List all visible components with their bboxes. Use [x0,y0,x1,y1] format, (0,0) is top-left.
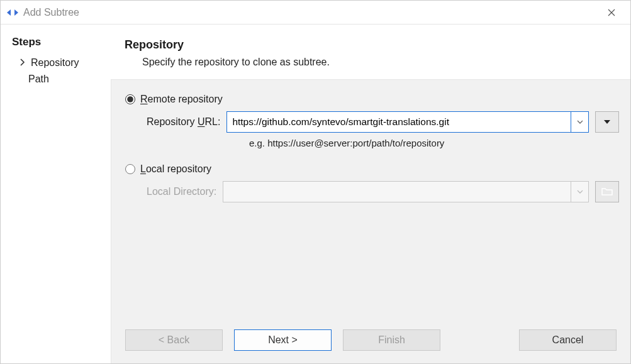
step-path: Path [12,71,107,87]
close-icon [608,9,615,16]
page-title: Repository [125,38,617,52]
svg-marker-0 [7,9,11,16]
app-icon [7,7,18,18]
remote-repository-radio[interactable] [125,94,135,104]
folder-icon [601,187,613,196]
repository-url-combo[interactable] [226,111,589,133]
local-directory-label: Local Directory: [147,186,216,197]
step-label: Repository [31,57,79,69]
local-directory-row: Local Directory: [125,181,619,202]
step-repository: Repository [12,55,107,71]
page-subtitle: Specify the repository to clone as subtr… [125,57,617,68]
steps-heading: Steps [12,36,107,48]
next-button[interactable]: Next > [234,329,332,351]
local-directory-combo [223,181,589,202]
window-title: Add Subtree [23,7,79,18]
repository-url-hint: e.g. https://user@server:port/path/to/re… [125,138,619,148]
local-repository-radio-row[interactable]: Local repository [125,163,619,175]
repository-url-row: Repository URL: [125,111,619,133]
cancel-button[interactable]: Cancel [519,329,617,351]
chevron-down-icon [571,181,589,202]
repository-url-label: Repository URL: [147,116,220,128]
chevron-down-icon[interactable] [571,111,589,133]
page-header: Repository Specify the repository to clo… [111,25,630,79]
svg-marker-4 [604,120,610,124]
local-directory-input [223,181,571,202]
browse-folder-button [595,181,619,202]
chevron-right-icon [20,57,28,69]
repository-url-dropdown-button[interactable] [595,111,619,133]
form-area: Remote repository Repository URL: e.g. h… [111,79,630,322]
titlebar: Add Subtree [1,1,630,25]
close-button[interactable] [599,1,624,24]
button-bar: < Back Next > Finish Cancel [111,322,630,363]
back-button: < Back [125,329,223,351]
repository-url-input[interactable] [226,111,571,133]
steps-sidebar: Steps Repository Path [1,25,111,363]
finish-button: Finish [343,329,440,351]
local-repository-radio[interactable] [125,164,135,174]
step-label: Path [28,74,49,85]
remote-repository-radio-row[interactable]: Remote repository [125,94,619,105]
remote-repository-label: Remote repository [140,94,223,105]
triangle-down-icon [603,119,611,124]
svg-marker-1 [14,9,18,16]
local-repository-label: Local repository [140,163,211,175]
